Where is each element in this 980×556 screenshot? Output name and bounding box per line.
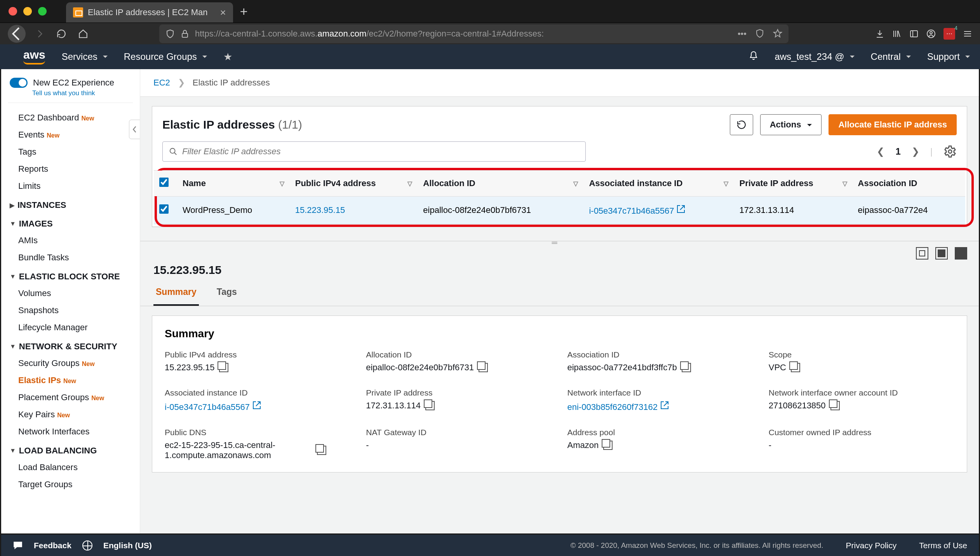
maximize-window-icon[interactable]: [38, 7, 47, 16]
cell-instance-link[interactable]: i-05e347c71b46a5567: [589, 206, 686, 216]
home-button[interactable]: [75, 26, 91, 42]
meatballs-icon[interactable]: •••: [738, 29, 747, 39]
sidebar-item-placement-groups[interactable]: Placement GroupsNew: [1, 389, 140, 406]
close-tab-icon[interactable]: ×: [220, 7, 226, 19]
instance-link[interactable]: i-05e347c71b46a5567: [165, 401, 261, 412]
view-mode-full-icon[interactable]: [955, 247, 967, 260]
refresh-button[interactable]: [730, 114, 753, 135]
back-button[interactable]: [8, 25, 26, 43]
sidebar-item-network-interfaces[interactable]: Network Interfaces: [1, 423, 140, 440]
browser-toolbar-right: ⋯4: [875, 28, 972, 40]
extension-badge[interactable]: ⋯4: [943, 28, 955, 40]
svg-rect-0: [182, 33, 188, 37]
privacy-policy-link[interactable]: Privacy Policy: [846, 541, 897, 550]
sidebar-item-security-groups[interactable]: Security GroupsNew: [1, 355, 140, 372]
breadcrumb-ec2[interactable]: EC2: [153, 78, 170, 88]
col-instance-id[interactable]: Associated instance ID▽: [583, 171, 734, 197]
aws-logo[interactable]: aws: [23, 49, 45, 64]
table-row[interactable]: WordPress_Demo 15.223.95.15 eipalloc-08f…: [154, 197, 965, 224]
terms-of-use-link[interactable]: Terms of Use: [919, 541, 967, 550]
allocate-eip-button[interactable]: Allocate Elastic IP address: [829, 114, 957, 135]
chevron-right-icon: ❯: [178, 78, 185, 88]
library-icon[interactable]: [892, 29, 902, 38]
window-controls[interactable]: [9, 7, 47, 16]
collapse-sidebar-button[interactable]: [129, 120, 140, 139]
detail-heading: 15.223.95.15: [140, 260, 979, 280]
filter-input[interactable]: [162, 141, 586, 162]
row-checkbox[interactable]: [159, 204, 169, 214]
sidebar-item-bundle-tasks[interactable]: Bundle Tasks: [1, 249, 140, 266]
sidebar-item-events[interactable]: EventsNew: [1, 126, 140, 143]
notifications-bell-icon[interactable]: [749, 51, 758, 63]
col-allocation-id[interactable]: Allocation ID▽: [418, 171, 583, 197]
sidebar-section-ebs[interactable]: ▼ELASTIC BLOCK STORE: [1, 266, 140, 285]
svg-point-3: [930, 31, 932, 34]
col-name[interactable]: Name▽: [177, 171, 290, 197]
new-tab-button[interactable]: +: [240, 4, 248, 19]
copy-icon[interactable]: [791, 363, 800, 372]
view-mode-bottom-icon[interactable]: [935, 247, 948, 260]
browser-tab[interactable]: Elastic IP addresses | EC2 Man ×: [66, 2, 233, 23]
account-icon[interactable]: [926, 29, 936, 38]
nav-resource-groups[interactable]: Resource Groups: [124, 51, 207, 62]
sidebar-item-load-balancers[interactable]: Load Balancers: [1, 459, 140, 476]
new-experience-feedback-link[interactable]: Tell us what you think: [1, 89, 140, 97]
bookmark-star-icon[interactable]: [773, 29, 782, 38]
reader-shield-icon[interactable]: [755, 29, 764, 38]
copy-icon[interactable]: [425, 401, 435, 410]
prev-page-button[interactable]: ❮: [877, 146, 884, 157]
col-public-ip[interactable]: Public IPv4 address▽: [290, 171, 418, 197]
language-selector[interactable]: English (US): [103, 541, 152, 550]
copy-icon[interactable]: [479, 363, 488, 372]
reload-button[interactable]: [54, 26, 69, 42]
sidebar-item-dashboard[interactable]: EC2 DashboardNew: [1, 109, 140, 126]
download-icon[interactable]: [875, 29, 884, 38]
pagination: ❮ 1 ❯ |: [877, 145, 957, 158]
pin-star-icon[interactable]: ★: [223, 51, 232, 63]
sidebar-section-instances[interactable]: ▶INSTANCES: [1, 195, 140, 213]
copy-icon[interactable]: [219, 363, 228, 372]
close-window-icon[interactable]: [9, 7, 17, 16]
new-experience-toggle[interactable]: [10, 78, 28, 88]
nav-region[interactable]: Central: [871, 51, 911, 62]
sidebar-item-tags[interactable]: Tags: [1, 143, 140, 160]
view-mode-split-icon[interactable]: [916, 247, 928, 260]
actions-dropdown-button[interactable]: Actions: [760, 114, 822, 135]
select-all-checkbox[interactable]: [159, 178, 169, 187]
col-private-ip[interactable]: Private IP address▽: [734, 171, 852, 197]
minimize-window-icon[interactable]: [23, 7, 32, 16]
copy-icon[interactable]: [603, 441, 613, 450]
filter-input-field[interactable]: [182, 146, 579, 157]
sidebar-item-key-pairs[interactable]: Key PairsNew: [1, 406, 140, 423]
sidebar-item-elastic-ips[interactable]: Elastic IPsNew: [1, 372, 140, 389]
eni-link[interactable]: eni-003b85f6260f73162: [567, 401, 670, 412]
shield-icon: [165, 29, 175, 38]
sidebar-section-network[interactable]: ▼NETWORK & SECURITY: [1, 336, 140, 355]
sidebar-toggle-icon[interactable]: [909, 29, 919, 38]
feedback-link[interactable]: Feedback: [34, 541, 71, 550]
settings-gear-icon[interactable]: [943, 145, 957, 158]
sidebar-item-reports[interactable]: Reports: [1, 160, 140, 178]
sidebar-item-amis[interactable]: AMIs: [1, 232, 140, 249]
col-association-id[interactable]: Association ID: [853, 171, 965, 197]
sidebar-item-snapshots[interactable]: Snapshots: [1, 302, 140, 319]
sidebar-item-volumes[interactable]: Volumes: [1, 285, 140, 302]
tab-tags[interactable]: Tags: [214, 280, 239, 306]
sidebar-item-lifecycle[interactable]: Lifecycle Manager: [1, 319, 140, 336]
next-page-button[interactable]: ❯: [912, 146, 919, 157]
nav-account[interactable]: aws_test_234 @: [775, 51, 854, 62]
sidebar-item-target-groups[interactable]: Target Groups: [1, 476, 140, 493]
sidebar-item-limits[interactable]: Limits: [1, 178, 140, 195]
cell-public-ip-link[interactable]: 15.223.95.15: [295, 205, 345, 215]
nav-support[interactable]: Support: [927, 51, 970, 62]
split-handle[interactable]: ═: [140, 241, 979, 242]
sidebar-section-images[interactable]: ▼IMAGES: [1, 213, 140, 232]
tab-summary[interactable]: Summary: [153, 280, 199, 306]
nav-services[interactable]: Services: [62, 51, 108, 62]
hamburger-menu-icon[interactable]: [963, 29, 972, 38]
address-bar[interactable]: https://ca-central-1.console.aws.amazon.…: [159, 24, 789, 43]
copy-icon[interactable]: [317, 446, 326, 455]
copy-icon[interactable]: [830, 401, 840, 410]
copy-icon[interactable]: [682, 363, 691, 372]
sidebar-section-load-balancing[interactable]: ▼LOAD BALANCING: [1, 440, 140, 459]
